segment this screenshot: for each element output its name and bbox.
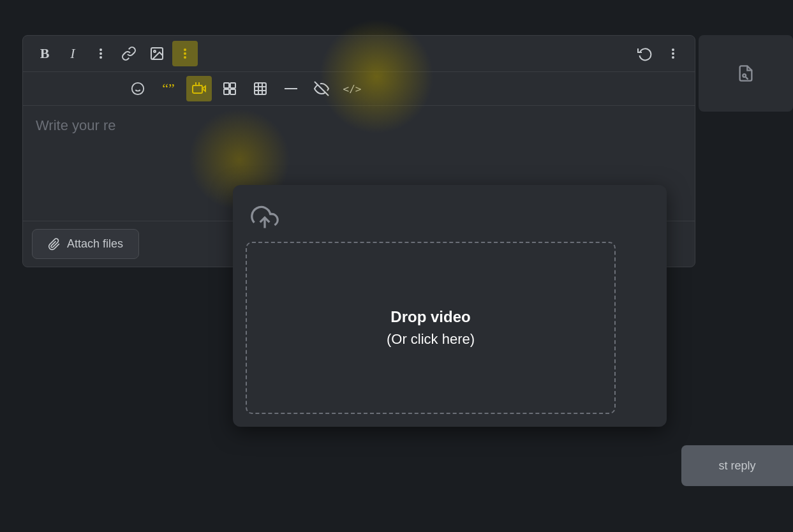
svg-point-7 <box>184 56 186 59</box>
image-button[interactable] <box>144 41 170 66</box>
divider-button[interactable] <box>278 76 304 101</box>
link-button[interactable] <box>116 41 142 66</box>
attach-files-label: Attach files <box>67 237 123 251</box>
svg-rect-14 <box>193 85 202 93</box>
toolbar-right <box>632 41 686 66</box>
svg-point-1 <box>100 52 102 55</box>
svg-rect-20 <box>230 83 235 88</box>
paperclip-icon <box>48 238 61 251</box>
svg-point-6 <box>184 52 186 55</box>
emoji-button[interactable] <box>125 76 151 101</box>
svg-point-4 <box>154 50 156 52</box>
toolbar-more-button[interactable] <box>660 41 686 66</box>
code-button[interactable]: </> <box>339 76 365 101</box>
undo-button[interactable] <box>632 41 658 66</box>
table-button[interactable] <box>248 76 273 101</box>
editor-placeholder: Write your re <box>36 117 116 133</box>
hide-button[interactable] <box>309 76 334 101</box>
upload-icon <box>251 203 279 232</box>
svg-point-11 <box>132 83 144 94</box>
video-upload-panel: Drop video (Or click here) <box>233 185 667 427</box>
svg-point-10 <box>672 56 674 59</box>
post-reply-label: st reply <box>718 459 755 473</box>
svg-point-5 <box>184 48 186 51</box>
quote-button[interactable]: “” <box>156 76 181 101</box>
toolbar-primary: B I <box>23 36 695 72</box>
drop-zone-title: Drop video <box>390 308 470 326</box>
post-reply-partial[interactable]: st reply <box>681 445 793 486</box>
right-panel <box>699 35 793 112</box>
more-text-options-button[interactable] <box>88 41 114 66</box>
svg-point-2 <box>100 56 102 59</box>
media-gallery-button[interactable] <box>217 76 242 101</box>
svg-line-31 <box>746 77 748 80</box>
search-document-button[interactable] <box>733 61 759 86</box>
svg-rect-23 <box>255 83 266 94</box>
bold-button[interactable]: B <box>32 41 57 66</box>
italic-button[interactable]: I <box>60 41 85 66</box>
video-button[interactable] <box>186 76 212 101</box>
video-drop-zone[interactable]: Drop video (Or click here) <box>246 242 616 414</box>
svg-point-8 <box>672 48 674 51</box>
svg-rect-21 <box>224 89 229 94</box>
svg-rect-22 <box>230 89 235 94</box>
more-options-button[interactable] <box>172 41 198 66</box>
attach-files-button[interactable]: Attach files <box>32 229 139 259</box>
svg-point-0 <box>100 48 102 51</box>
upload-icon-area <box>246 198 654 242</box>
svg-point-9 <box>672 52 674 55</box>
toolbar-secondary: “” <box>23 72 695 106</box>
drop-zone-subtitle: (Or click here) <box>387 331 475 348</box>
svg-point-30 <box>743 74 746 77</box>
svg-rect-19 <box>224 83 229 88</box>
